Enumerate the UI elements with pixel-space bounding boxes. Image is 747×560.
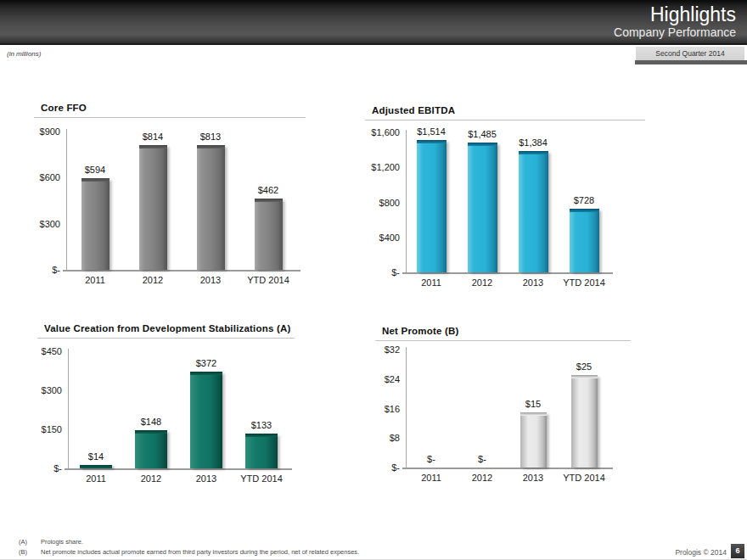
value-label: $372 xyxy=(172,358,240,369)
footnote-a: (A)Prologis share. xyxy=(19,538,83,546)
chart-title-value-creation: Value Creation from Development Stabiliz… xyxy=(37,323,295,339)
y-tick-label: $24 xyxy=(375,374,400,385)
tab-second-quarter-2014[interactable]: Second Quarter 2014 xyxy=(635,47,744,60)
bar-2011 xyxy=(80,465,112,468)
page-number-badge: 6 xyxy=(731,544,744,558)
y-tick-label: $16 xyxy=(375,404,400,415)
y-tick-label: $1,200 xyxy=(365,162,400,173)
chart-net-promote: Net Promote (B) $32$24$16$8$-$-2011$-201… xyxy=(375,326,631,488)
y-tick-label: $300 xyxy=(34,219,60,230)
y-axis-line xyxy=(68,349,69,468)
chart-title-core-ffo: Core FFO xyxy=(34,103,306,118)
bar-ytd-2014 xyxy=(570,209,599,272)
y-tick-label: $150 xyxy=(37,424,62,435)
bar-2012 xyxy=(135,430,167,468)
chart-plot-value-creation: $450$300$150$-$142011$1482012$3722013$13… xyxy=(37,339,295,489)
y-tick-label: $300 xyxy=(37,385,62,396)
bar-2013 xyxy=(190,372,222,468)
value-label: $- xyxy=(448,454,516,465)
y-tick-label: $32 xyxy=(375,344,400,356)
x-axis-line xyxy=(63,270,300,272)
x-axis-label: YTD 2014 xyxy=(546,473,622,484)
value-label: $462 xyxy=(234,185,302,196)
value-label: $148 xyxy=(117,417,185,428)
x-axis-label: YTD 2014 xyxy=(223,473,300,484)
units-note: (in millions) xyxy=(7,50,41,58)
y-tick-label: $600 xyxy=(34,172,60,183)
value-label: $133 xyxy=(227,420,295,431)
page-title: Highlights xyxy=(650,4,736,25)
x-axis-line xyxy=(65,468,292,470)
value-label: $813 xyxy=(177,132,244,143)
chart-plot-adjusted-ebitda: $1,600$1,200$800$400$-$1,5142011$1,48520… xyxy=(365,120,645,293)
y-tick-label: $800 xyxy=(365,198,400,209)
tab-underline-strip xyxy=(635,60,747,64)
bar-2013 xyxy=(520,412,547,468)
bar-2011 xyxy=(81,178,110,270)
value-label: $1,384 xyxy=(499,137,567,148)
chart-value-creation: Value Creation from Development Stabiliz… xyxy=(37,323,295,489)
value-label: $594 xyxy=(61,165,129,176)
y-axis-line xyxy=(406,130,407,272)
value-label: $14 xyxy=(62,451,130,462)
x-axis-line xyxy=(402,272,613,274)
x-axis-label: YTD 2014 xyxy=(546,277,622,288)
footnote-b-ref: (B) xyxy=(19,548,41,556)
bar-2013 xyxy=(519,151,548,272)
y-tick-label: $900 xyxy=(34,126,60,137)
bar-ytd-2014 xyxy=(255,199,283,270)
footnote-a-text: Prologis share. xyxy=(41,538,83,546)
page-subtitle: Company Performance xyxy=(614,25,736,39)
chart-title-adjusted-ebitda: Adjusted EBITDA xyxy=(365,105,645,120)
y-tick-label: $450 xyxy=(37,346,62,357)
bar-2012 xyxy=(468,143,497,272)
y-axis-line xyxy=(406,347,407,468)
footnote-b-text: Net promote includes actual promote earn… xyxy=(41,548,359,556)
x-axis-line xyxy=(402,468,613,469)
y-tick-label: $8 xyxy=(375,433,400,444)
chart-adjusted-ebitda: Adjusted EBITDA $1,600$1,200$800$400$-$1… xyxy=(365,105,645,293)
chart-title-net-promote: Net Promote (B) xyxy=(375,326,631,341)
chart-plot-core-ffo: $900$600$300$-$5942011$8142012$8132013$4… xyxy=(34,118,306,290)
bar-ytd-2014 xyxy=(245,434,278,468)
bar-2011 xyxy=(417,140,447,272)
value-label: $25 xyxy=(550,361,618,372)
slide-header: Highlights Company Performance xyxy=(0,0,747,45)
chart-core-ffo: Core FFO $900$600$300$-$5942011$8142012$… xyxy=(34,103,306,290)
slide: Highlights Company Performance (in milli… xyxy=(0,0,747,560)
footnote-a-ref: (A) xyxy=(19,538,41,546)
y-tick-label: $1,600 xyxy=(365,127,400,138)
bar-2012 xyxy=(139,145,167,270)
bar-2013 xyxy=(197,145,225,270)
y-tick-label: $400 xyxy=(365,232,400,244)
x-axis-label: YTD 2014 xyxy=(230,275,306,286)
footnote-b: (B)Net promote includes actual promote e… xyxy=(19,548,359,556)
copyright: Prologis © 2014 xyxy=(675,548,727,557)
y-axis-line xyxy=(66,129,67,270)
bar-ytd-2014 xyxy=(571,375,598,468)
value-label: $728 xyxy=(550,195,618,206)
chart-plot-net-promote: $32$24$16$8$-$-2011$-2012$152013$25YTD 2… xyxy=(375,341,631,488)
value-label: $15 xyxy=(499,399,567,410)
